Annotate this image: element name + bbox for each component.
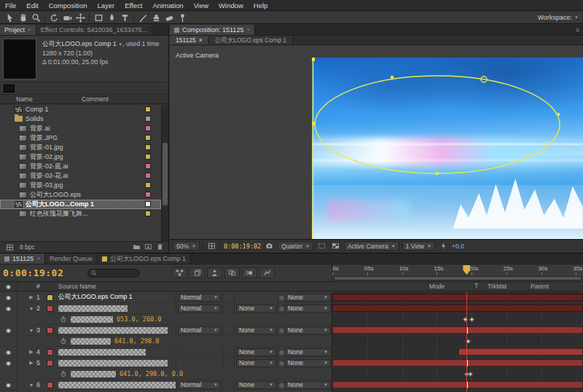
- anchor-square-handle[interactable]: [312, 58, 315, 61]
- lock-cell[interactable]: [17, 380, 26, 390]
- property-row[interactable]: 641.0, 298.0, 0.0: [0, 369, 332, 380]
- mode-dropdown[interactable]: Normal▼: [178, 326, 221, 334]
- t-cell[interactable]: [222, 292, 234, 302]
- layer-row[interactable]: ◉▼2Normal▼None▼◎None▼: [0, 303, 332, 314]
- tab-composition[interactable]: Composition: 151125 ×: [170, 25, 255, 35]
- label-color-chip[interactable]: [47, 327, 53, 334]
- layer-name-cell[interactable]: 公司大LOGO.eps Comp 1: [58, 293, 176, 302]
- motion-blur-icon[interactable]: [242, 267, 257, 278]
- pickwhip-icon[interactable]: ◎: [279, 382, 284, 388]
- menu-animation[interactable]: Animation: [147, 0, 188, 11]
- bit-depth-label[interactable]: 8 bpc: [20, 243, 35, 251]
- label-color-chip[interactable]: [47, 349, 53, 356]
- track-row[interactable]: [332, 303, 583, 314]
- parent-cell[interactable]: ◎None▼: [278, 358, 332, 368]
- lock-cell[interactable]: [17, 347, 26, 357]
- t-cell[interactable]: [222, 303, 234, 313]
- composition-viewer[interactable]: Active Camera: [170, 46, 583, 239]
- expand-arrow-icon[interactable]: ▶: [26, 349, 36, 355]
- menu-effect[interactable]: Effect: [120, 0, 147, 11]
- label-color-chip[interactable]: [145, 154, 151, 160]
- layer-name-cell[interactable]: [58, 360, 176, 366]
- playhead-marker[interactable]: [463, 265, 470, 275]
- parent-dropdown[interactable]: None▼: [285, 348, 331, 356]
- eye-icon[interactable]: ◉: [0, 347, 17, 357]
- label-color-chip[interactable]: [145, 182, 151, 188]
- trkmat-cell[interactable]: [234, 292, 278, 302]
- column-number[interactable]: #: [36, 283, 47, 290]
- mode-dropdown[interactable]: Normal▼: [178, 294, 221, 302]
- lock-cell[interactable]: [17, 325, 26, 335]
- pickwhip-icon[interactable]: ◎: [279, 294, 284, 301]
- layer-name-cell[interactable]: [58, 349, 176, 356]
- parent-cell[interactable]: ◎None▼: [278, 347, 332, 357]
- parent-cell[interactable]: ◎None▼: [278, 325, 332, 335]
- tab-effect-controls[interactable]: Effect Controls: 5410036_1633476...: [36, 25, 152, 35]
- viewer-tab-logo-comp[interactable]: 公司大LOGO.eps Comp 1: [209, 36, 293, 44]
- label-color-cell[interactable]: [47, 294, 58, 301]
- label-color-chip[interactable]: [47, 382, 53, 388]
- project-item[interactable]: 背景-02.jpg: [0, 152, 161, 162]
- project-item[interactable]: 背景.JPG: [0, 133, 161, 143]
- resolution-dropdown[interactable]: Quarter ▼: [278, 241, 313, 251]
- label-color-chip[interactable]: [145, 116, 151, 122]
- draft-3d-icon[interactable]: [189, 267, 205, 278]
- column-trkmat[interactable]: TrkMat: [485, 282, 529, 291]
- type-tool[interactable]: [118, 12, 131, 23]
- tab-project[interactable]: Project ×: [0, 25, 36, 35]
- project-item[interactable]: Solids: [0, 114, 161, 124]
- close-icon[interactable]: ×: [246, 25, 250, 35]
- label-color-chip[interactable]: [47, 305, 53, 312]
- puppet-pin-tool[interactable]: [176, 12, 189, 23]
- project-item[interactable]: 背景-01.jpg: [0, 143, 161, 152]
- pickwhip-icon[interactable]: ◎: [279, 327, 284, 334]
- comp-mini-flowchart-icon[interactable]: [172, 267, 187, 278]
- zoom-tool[interactable]: [29, 12, 42, 23]
- column-name[interactable]: Name: [16, 95, 33, 103]
- trkmat-cell[interactable]: None▼: [234, 303, 278, 313]
- t-cell[interactable]: [222, 380, 234, 390]
- menu-layer[interactable]: Layer: [93, 0, 120, 11]
- trkmat-cell[interactable]: None▼: [234, 358, 278, 368]
- layer-duration-bar[interactable]: [332, 326, 583, 334]
- parent-cell[interactable]: ◎None▼: [278, 292, 332, 302]
- time-ruler[interactable]: 00s05s10s15s20s25s30s35s: [332, 264, 583, 281]
- eye-icon[interactable]: ◉: [0, 358, 17, 368]
- graph-editor-icon[interactable]: [259, 267, 275, 278]
- menu-window[interactable]: Window: [214, 0, 249, 11]
- mask-vertex-handle[interactable]: [557, 113, 560, 117]
- trash-icon[interactable]: [156, 243, 164, 252]
- interpret-footage-icon[interactable]: [4, 243, 15, 252]
- layer-row[interactable]: ◉▼3Normal▼None▼◎None▼: [0, 325, 332, 336]
- zoom-dropdown[interactable]: 50% ▼: [173, 241, 200, 251]
- trkmat-cell[interactable]: None▼: [234, 380, 278, 390]
- project-item[interactable]: 背景.ai: [0, 124, 161, 133]
- column-comment[interactable]: Comment: [82, 95, 109, 103]
- label-color-chip[interactable]: [145, 106, 151, 112]
- label-color-cell[interactable]: [47, 360, 58, 366]
- clone-stamp-tool[interactable]: [149, 12, 163, 23]
- selection-tool[interactable]: [3, 12, 16, 23]
- label-color-chip[interactable]: [47, 360, 53, 366]
- composition-viewport[interactable]: [312, 58, 583, 239]
- collapse-arrow-icon[interactable]: ▼: [26, 328, 36, 333]
- timeline-tab-render-queue[interactable]: Render Queue: [45, 254, 98, 264]
- parent-dropdown[interactable]: None▼: [285, 305, 331, 313]
- eye-icon[interactable]: ◉: [0, 303, 17, 313]
- lock-cell[interactable]: [17, 292, 26, 302]
- brush-tool[interactable]: [136, 12, 149, 23]
- track-row[interactable]: [332, 369, 583, 380]
- t-cell[interactable]: [222, 325, 234, 335]
- parent-cell[interactable]: ◎None▼: [278, 380, 332, 390]
- mode-cell[interactable]: Normal▼: [176, 292, 222, 302]
- label-color-cell[interactable]: [47, 349, 58, 356]
- timeline-track-area[interactable]: [332, 292, 583, 392]
- parent-dropdown[interactable]: None▼: [285, 294, 331, 302]
- project-scrollbar[interactable]: [161, 105, 168, 241]
- property-value[interactable]: 641.0, 298.0: [114, 337, 159, 345]
- layer-duration-bar[interactable]: [458, 348, 583, 356]
- snapshot-icon[interactable]: [264, 241, 275, 251]
- column-source-name[interactable]: Source Name: [58, 283, 427, 290]
- mask-path-overlay[interactable]: [312, 58, 583, 239]
- mode-dropdown[interactable]: Normal▼: [178, 305, 221, 313]
